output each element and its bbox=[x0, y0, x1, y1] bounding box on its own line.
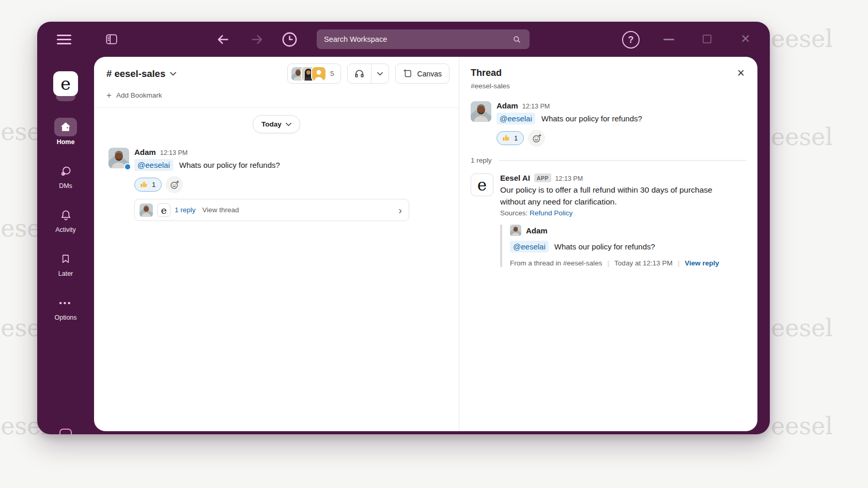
adam-avatar-image bbox=[471, 101, 491, 122]
back-arrow-icon[interactable] bbox=[216, 33, 230, 46]
sidebar-item-label: Options bbox=[54, 314, 76, 321]
quote-author[interactable]: Adam bbox=[526, 226, 548, 235]
sidebar-toggle-icon[interactable] bbox=[104, 33, 119, 46]
channel-view: # eesel-sales bbox=[94, 57, 459, 431]
eesel-app-avatar[interactable]: e bbox=[471, 174, 493, 196]
reply-count-link[interactable]: 1 reply bbox=[175, 206, 196, 214]
default-avatar bbox=[312, 67, 326, 81]
mention-pill[interactable]: @eeselai bbox=[497, 113, 535, 124]
avatar[interactable] bbox=[510, 225, 521, 236]
message-text: Whats our policy for refunds? bbox=[541, 114, 642, 123]
reaction-count: 1 bbox=[152, 181, 156, 188]
thread-panel-title: Thread bbox=[471, 68, 502, 78]
view-thread-bar[interactable]: e 1 reply View thread › bbox=[134, 199, 409, 221]
content-area: # eesel-sales bbox=[94, 57, 757, 431]
bell-icon bbox=[54, 206, 77, 224]
message-timestamp: 12:13 PM bbox=[555, 175, 583, 182]
canvas-label: Canvas bbox=[417, 70, 442, 78]
channel-title-button[interactable]: # eesel-sales bbox=[106, 68, 176, 80]
sidebar-item-label: Activity bbox=[55, 226, 76, 233]
quoted-message: Adam @eeselai Whats our policy for refun… bbox=[500, 225, 739, 267]
thumbsup-reaction[interactable]: 1 bbox=[497, 131, 524, 145]
help-icon[interactable]: ? bbox=[622, 31, 640, 49]
sidebar-item-label: Home bbox=[57, 138, 75, 146]
dms-icon bbox=[54, 162, 77, 180]
separator: | bbox=[678, 259, 680, 267]
channel-message: Adam 12:13 PM @eeselai Whats our policy … bbox=[94, 133, 459, 221]
quote-context[interactable]: From a thread in #eesel-sales bbox=[510, 259, 602, 267]
add-reaction-button[interactable] bbox=[528, 130, 545, 147]
members-button[interactable]: 5 bbox=[287, 64, 341, 84]
minimize-icon[interactable] bbox=[663, 39, 674, 40]
sidebar-item-label: Later bbox=[58, 270, 73, 277]
huddle-button bbox=[347, 64, 389, 84]
avatar[interactable] bbox=[109, 148, 129, 168]
reaction-count: 1 bbox=[514, 134, 518, 142]
mention-pill[interactable]: @eeselai bbox=[510, 241, 549, 253]
home-icon bbox=[54, 118, 77, 136]
workspace-rail: e Home bbox=[37, 57, 94, 434]
thread-panel: Thread ✕ #eesel-sales Adam 12:13 PM bbox=[459, 57, 757, 431]
channel-name: # eesel-sales bbox=[106, 68, 165, 80]
channel-header: # eesel-sales bbox=[94, 57, 459, 87]
app-window: ? ✕ e Home bbox=[37, 22, 770, 434]
date-pill-button[interactable]: Today bbox=[253, 115, 300, 133]
search-input[interactable] bbox=[317, 29, 530, 49]
titlebar: ? ✕ bbox=[37, 22, 770, 57]
window-close-icon[interactable]: ✕ bbox=[739, 32, 752, 45]
replies-divider: 1 reply bbox=[471, 156, 746, 164]
close-thread-icon[interactable]: ✕ bbox=[737, 67, 745, 79]
add-bookmark-label: Add Bookmark bbox=[116, 91, 162, 99]
date-pill-label: Today bbox=[261, 120, 282, 128]
chevron-down-icon bbox=[286, 122, 291, 127]
presence-indicator bbox=[124, 163, 131, 170]
chevron-right-icon: › bbox=[398, 205, 402, 215]
workspace-logo[interactable]: e bbox=[53, 71, 78, 96]
chevron-down-icon bbox=[170, 72, 176, 76]
message-timestamp: 12:13 PM bbox=[160, 149, 188, 156]
date-divider: Today bbox=[94, 115, 459, 133]
view-reply-link[interactable]: View reply bbox=[685, 259, 719, 267]
app-badge: APP bbox=[534, 174, 551, 182]
canvas-icon bbox=[403, 69, 413, 78]
headphones-icon bbox=[354, 68, 365, 79]
canvas-button[interactable]: Canvas bbox=[395, 64, 450, 84]
plus-icon: + bbox=[106, 91, 112, 100]
hamburger-menu-icon[interactable] bbox=[57, 35, 71, 44]
reply-avatar bbox=[140, 203, 153, 217]
message-author[interactable]: Adam bbox=[497, 101, 518, 110]
avatar[interactable] bbox=[471, 101, 491, 122]
watermark-text: eesel bbox=[771, 123, 833, 151]
forward-arrow-icon[interactable] bbox=[250, 33, 264, 46]
member-count: 5 bbox=[330, 70, 334, 77]
sources-label: Sources: bbox=[500, 209, 528, 217]
add-reaction-button[interactable] bbox=[166, 176, 183, 193]
message-author[interactable]: Adam bbox=[134, 148, 156, 156]
thumbsup-reaction[interactable]: 1 bbox=[134, 178, 162, 192]
maximize-icon[interactable] bbox=[703, 35, 711, 43]
history-clock-icon[interactable] bbox=[281, 31, 298, 48]
huddle-caret-button[interactable] bbox=[371, 64, 389, 83]
message-author[interactable]: Eesel AI bbox=[500, 174, 530, 182]
sidebar-item-options[interactable]: ••• Options bbox=[54, 293, 77, 321]
sidebar-item-dms[interactable]: DMs bbox=[54, 162, 77, 190]
sidebar-item-home[interactable]: Home bbox=[54, 118, 77, 146]
separator: | bbox=[608, 259, 610, 267]
huddle-toggle[interactable] bbox=[348, 64, 371, 83]
add-bookmark-button[interactable]: + Add Bookmark bbox=[94, 87, 459, 108]
channel-actions: 5 bbox=[287, 64, 450, 84]
add-emoji-icon bbox=[532, 133, 542, 144]
overflow-dots-icon: ••• bbox=[54, 293, 77, 312]
quote-text: Whats our policy for refunds? bbox=[554, 242, 655, 251]
watermark-text: eesel bbox=[771, 412, 833, 440]
sidebar-item-activity[interactable]: Activity bbox=[54, 206, 77, 233]
source-link[interactable]: Refund Policy bbox=[530, 209, 572, 217]
thumbsup-emoji-icon bbox=[502, 134, 510, 143]
thumbsup-emoji-icon bbox=[140, 180, 148, 189]
rail-nav: Home DMs bbox=[54, 118, 77, 337]
message-text: Whats our policy for refunds? bbox=[179, 161, 280, 169]
search-icon bbox=[512, 35, 522, 44]
mention-pill[interactable]: @eeselai bbox=[134, 159, 173, 171]
chevron-down-icon bbox=[377, 72, 383, 76]
sidebar-item-later[interactable]: Later bbox=[54, 249, 77, 277]
